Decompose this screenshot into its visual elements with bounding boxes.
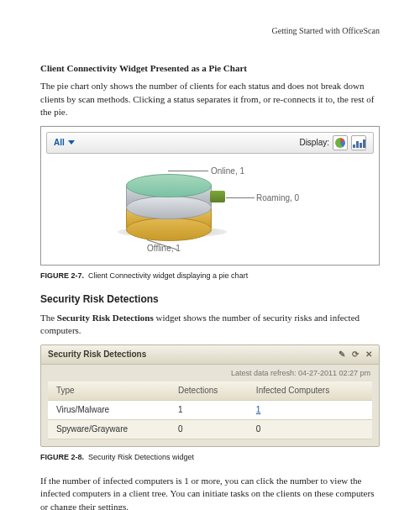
infected-link[interactable]: 1 (256, 405, 261, 414)
pie-view-button[interactable] (333, 135, 348, 150)
pie-chart-area: Online, 1 Roaming, 0 Offline, 1 (46, 159, 374, 260)
para-after-widget: If the number of infected computers is 1… (40, 475, 380, 510)
label-offline: Offline, 1 (147, 243, 181, 255)
label-online: Online, 1 (211, 166, 244, 177)
refresh-icon[interactable]: ⟳ (352, 349, 359, 360)
risk-table: Type Detections Infected Computers Virus… (48, 381, 372, 439)
section-title-pie: Client Connectivity Widget Presented as … (40, 62, 380, 75)
figure-caption-1: FIGURE 2-7. Client Connectivity widget d… (40, 271, 380, 281)
display-label: Display: (299, 137, 329, 149)
heading-security-risk: Security Risk Detections (40, 292, 380, 307)
roaming-slice[interactable] (210, 191, 225, 202)
chevron-down-icon (68, 140, 75, 145)
widget-toolbar: All Display: (46, 132, 374, 154)
col-infected: Infected Computers (248, 381, 372, 401)
filter-dropdown[interactable]: All (54, 137, 75, 149)
widget-title: Security Risk Detections (48, 349, 146, 360)
figure-caption-2: FIGURE 2-8. Security Risk Detections wid… (40, 452, 380, 463)
filter-label: All (54, 137, 65, 149)
widget-security-risk: Security Risk Detections ✎ ⟳ ✕ Latest da… (40, 344, 380, 448)
col-detections: Detections (170, 381, 248, 401)
section-para-pie: The pie chart only shows the number of c… (40, 80, 380, 118)
table-row: Spyware/Grayware 0 0 (48, 420, 372, 439)
para-security-risk: The Security Risk Detections widget show… (40, 312, 380, 338)
pie-chart-icon (335, 138, 345, 148)
label-roaming: Roaming, 0 (256, 192, 299, 204)
edit-icon[interactable]: ✎ (339, 349, 345, 360)
bar-view-button[interactable] (351, 135, 366, 150)
refresh-timestamp: Latest data refresh: 04-27-2011 02:27 pm (41, 365, 379, 382)
table-row: Virus/Malware 1 1 (48, 401, 372, 420)
bar-chart-icon (353, 138, 365, 148)
figure-pie-chart: All Display: Online, 1 Roaming, 0 (40, 126, 380, 266)
running-header: Getting Started with OfficeScan (40, 25, 380, 37)
col-type: Type (48, 381, 170, 401)
close-icon[interactable]: ✕ (365, 349, 372, 360)
